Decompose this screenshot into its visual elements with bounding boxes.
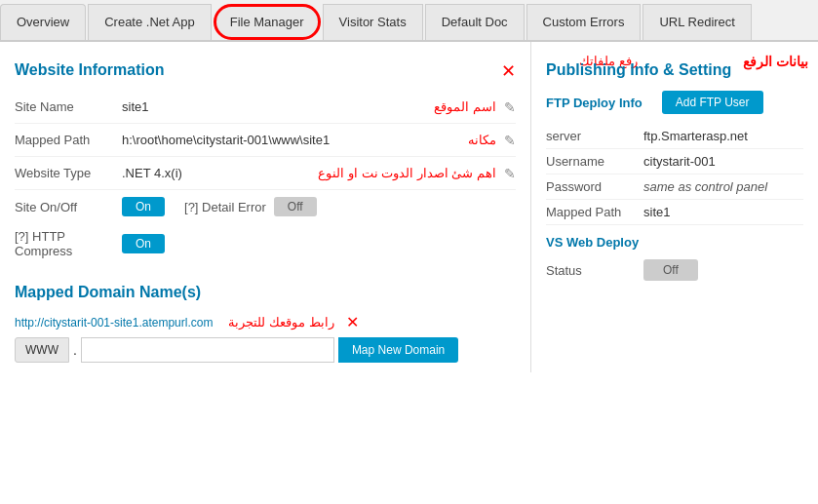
right-panel: Publishing Info & Setting FTP Deploy Inf… xyxy=(531,42,818,372)
tab-url-redirect[interactable]: URL Redirect xyxy=(643,4,752,40)
ftp-mapped-path-value: site1 xyxy=(643,205,670,219)
domain-link-row: http://citystarit-001-site1.atempurl.com… xyxy=(15,313,516,331)
http-compress-toggle[interactable]: On xyxy=(122,234,165,253)
status-row: Status Off xyxy=(546,254,803,286)
password-label: Password xyxy=(546,179,643,194)
password-row: Password same as control panel xyxy=(546,174,803,200)
detail-error-label: [?] Detail Error xyxy=(184,200,266,214)
website-type-row: Website Type .NET 4.x(i) اهم شئ اصدار ال… xyxy=(15,157,516,190)
site-name-arabic: اسم الموقع xyxy=(434,99,496,114)
domain-text-input[interactable] xyxy=(81,337,334,363)
publishing-title: Publishing Info & Setting xyxy=(546,61,803,79)
username-row: Username citystarit-001 xyxy=(546,149,803,174)
server-label: server xyxy=(546,129,643,143)
tab-file-manager[interactable]: File Manager xyxy=(214,4,321,40)
tab-default-doc[interactable]: Default Doc xyxy=(425,4,525,40)
status-toggle[interactable]: Off xyxy=(643,259,698,281)
vs-web-deploy-link[interactable]: VS Web Deploy xyxy=(546,235,803,250)
tab-overview[interactable]: Overview xyxy=(0,4,86,40)
website-info-close[interactable]: ✕ xyxy=(501,60,516,82)
ftp-mapped-path-label: Mapped Path xyxy=(546,205,643,219)
add-ftp-user-button[interactable]: Add FTP User xyxy=(662,91,763,114)
website-type-value: .NET 4.x(i) xyxy=(122,166,306,180)
dot-separator: . xyxy=(69,342,81,358)
tab-create-net-app[interactable]: Create .Net App xyxy=(88,4,212,40)
domain-close-icon[interactable]: ✕ xyxy=(346,313,359,331)
domain-section: Mapped Domain Name(s) http://citystarit-… xyxy=(15,284,516,363)
site-onoff-row: Site On/Off On [?] Detail Error Off xyxy=(15,190,516,223)
site-name-value: site1 xyxy=(122,99,422,114)
mapped-path-arabic: مكانه xyxy=(468,133,496,147)
website-type-arabic: اهم شئ اصدار الدوت نت او النوع xyxy=(318,166,496,180)
password-value: same as control panel xyxy=(643,179,767,194)
domain-arabic-label: رابط موقعك للتجربة xyxy=(228,315,333,330)
mapped-path-value: h:\root\home\citystarit-001\www\site1 xyxy=(122,133,456,147)
status-label: Status xyxy=(546,263,643,278)
nav-tabs: Overview Create .Net App File Manager Vi… xyxy=(0,0,818,42)
site-onoff-label: Site On/Off xyxy=(15,200,122,214)
http-compress-row: [?] HTTP Compress On xyxy=(15,223,516,264)
website-info-title: Website Information xyxy=(15,61,165,79)
domain-link[interactable]: http://citystarit-001-site1.atempurl.com xyxy=(15,316,213,330)
map-new-domain-button[interactable]: Map New Domain xyxy=(338,337,458,363)
server-row: server ftp.Smarterasp.net xyxy=(546,124,803,149)
site-on-toggle[interactable]: On xyxy=(122,197,165,216)
ftp-deploy-label: FTP Deploy Info xyxy=(546,96,643,110)
mapped-path-label: Mapped Path xyxy=(15,133,122,147)
ftp-mapped-path-row: Mapped Path site1 xyxy=(546,200,803,225)
website-type-label: Website Type xyxy=(15,166,122,180)
detail-error-section: [?] Detail Error Off xyxy=(184,197,317,216)
site-name-row: Site Name site1 اسم الموقع ✎ xyxy=(15,91,516,124)
site-name-label: Site Name xyxy=(15,99,122,114)
site-name-edit-icon[interactable]: ✎ xyxy=(504,99,516,115)
left-panel: Website Information ✕ Site Name site1 اس… xyxy=(0,42,531,372)
http-compress-label: [?] HTTP Compress xyxy=(15,229,122,258)
tab-visitor-stats[interactable]: Visitor Stats xyxy=(323,4,423,40)
website-type-edit-icon[interactable]: ✎ xyxy=(504,166,516,181)
username-value: citystarit-001 xyxy=(643,154,716,169)
domain-input-row: WWW . Map New Domain xyxy=(15,337,516,363)
mapped-path-edit-icon[interactable]: ✎ xyxy=(504,133,516,148)
tab-custom-errors[interactable]: Custom Errors xyxy=(526,4,642,40)
www-label: WWW xyxy=(15,337,69,363)
mapped-path-row: Mapped Path h:\root\home\citystarit-001\… xyxy=(15,124,516,157)
domain-section-title: Mapped Domain Name(s) xyxy=(15,284,516,301)
server-value: ftp.Smarterasp.net xyxy=(643,129,748,143)
ftp-header: FTP Deploy Info Add FTP User xyxy=(546,91,803,114)
username-label: Username xyxy=(546,154,643,169)
detail-error-toggle[interactable]: Off xyxy=(274,197,317,216)
